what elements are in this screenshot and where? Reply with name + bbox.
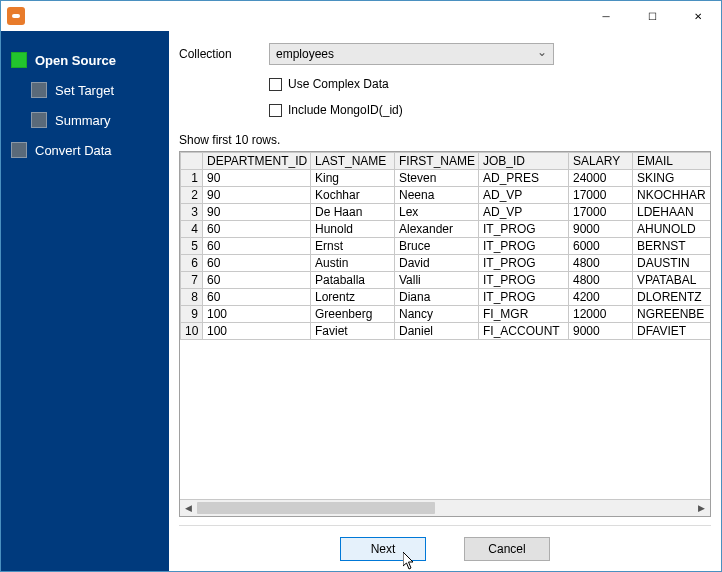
maximize-button[interactable]: ☐: [629, 1, 675, 31]
table-cell[interactable]: 100: [203, 306, 311, 323]
table-cell[interactable]: Faviet: [311, 323, 395, 340]
table-row[interactable]: 10100FavietDanielFI_ACCOUNT9000DFAVIET: [181, 323, 711, 340]
table-cell[interactable]: FI_MGR: [479, 306, 569, 323]
column-header[interactable]: SALARY: [569, 153, 633, 170]
table-cell[interactable]: 4800: [569, 255, 633, 272]
table-cell[interactable]: 9000: [569, 221, 633, 238]
table-cell[interactable]: 6000: [569, 238, 633, 255]
table-row[interactable]: 460HunoldAlexanderIT_PROG9000AHUNOLD: [181, 221, 711, 238]
table-cell[interactable]: AD_VP: [479, 204, 569, 221]
table-cell[interactable]: Bruce: [395, 238, 479, 255]
step-label: Summary: [55, 113, 111, 128]
table-cell[interactable]: 60: [203, 221, 311, 238]
wizard-step-set-target[interactable]: Set Target: [1, 75, 169, 105]
table-cell[interactable]: AD_PRES: [479, 170, 569, 187]
table-cell[interactable]: Neena: [395, 187, 479, 204]
wizard-step-summary[interactable]: Summary: [1, 105, 169, 135]
close-button[interactable]: ✕: [675, 1, 721, 31]
row-number: 10: [181, 323, 203, 340]
step-status-icon: [31, 112, 47, 128]
table-cell[interactable]: Pataballa: [311, 272, 395, 289]
table-cell[interactable]: IT_PROG: [479, 255, 569, 272]
use-complex-data-checkbox[interactable]: [269, 78, 282, 91]
horizontal-scrollbar[interactable]: ◀ ▶: [180, 499, 710, 516]
table-cell[interactable]: 17000: [569, 204, 633, 221]
table-cell[interactable]: Alexander: [395, 221, 479, 238]
table-cell[interactable]: IT_PROG: [479, 238, 569, 255]
column-header[interactable]: FIRST_NAME: [395, 153, 479, 170]
table-cell[interactable]: SKING: [633, 170, 711, 187]
table-cell[interactable]: Valli: [395, 272, 479, 289]
table-cell[interactable]: 9000: [569, 323, 633, 340]
table-cell[interactable]: 4200: [569, 289, 633, 306]
table-cell[interactable]: DFAVIET: [633, 323, 711, 340]
table-cell[interactable]: 100: [203, 323, 311, 340]
table-cell[interactable]: Daniel: [395, 323, 479, 340]
table-cell[interactable]: Kochhar: [311, 187, 395, 204]
table-cell[interactable]: FI_ACCOUNT: [479, 323, 569, 340]
table-cell[interactable]: BERNST: [633, 238, 711, 255]
table-cell[interactable]: David: [395, 255, 479, 272]
next-button[interactable]: Next: [340, 537, 426, 561]
include-mongoid-checkbox[interactable]: [269, 104, 282, 117]
table-cell[interactable]: LDEHAAN: [633, 204, 711, 221]
cancel-button[interactable]: Cancel: [464, 537, 550, 561]
table-row[interactable]: 390De HaanLexAD_VP17000LDEHAAN: [181, 204, 711, 221]
titlebar: ─ ☐ ✕: [1, 1, 721, 31]
table-cell[interactable]: IT_PROG: [479, 289, 569, 306]
table-cell[interactable]: DLORENTZ: [633, 289, 711, 306]
table-cell[interactable]: King: [311, 170, 395, 187]
table-cell[interactable]: Lex: [395, 204, 479, 221]
table-cell[interactable]: Greenberg: [311, 306, 395, 323]
table-row[interactable]: 760PataballaValliIT_PROG4800VPATABAL: [181, 272, 711, 289]
row-number: 5: [181, 238, 203, 255]
wizard-step-open-source[interactable]: Open Source: [1, 45, 169, 75]
table-cell[interactable]: 90: [203, 170, 311, 187]
row-number: 2: [181, 187, 203, 204]
collection-select[interactable]: employees: [269, 43, 554, 65]
table-cell[interactable]: 60: [203, 238, 311, 255]
table-cell[interactable]: VPATABAL: [633, 272, 711, 289]
minimize-button[interactable]: ─: [583, 1, 629, 31]
table-cell[interactable]: 24000: [569, 170, 633, 187]
scrollbar-thumb[interactable]: [197, 502, 435, 514]
table-row[interactable]: 9100GreenbergNancyFI_MGR12000NGREENBE: [181, 306, 711, 323]
wizard-step-convert-data[interactable]: Convert Data: [1, 135, 169, 165]
column-header[interactable]: DEPARTMENT_ID: [203, 153, 311, 170]
table-cell[interactable]: 17000: [569, 187, 633, 204]
table-cell[interactable]: 90: [203, 187, 311, 204]
column-header[interactable]: EMAIL: [633, 153, 711, 170]
column-header[interactable]: JOB_ID: [479, 153, 569, 170]
table-cell[interactable]: 60: [203, 272, 311, 289]
table-cell[interactable]: NKOCHHAR: [633, 187, 711, 204]
table-row[interactable]: 660AustinDavidIT_PROG4800DAUSTIN: [181, 255, 711, 272]
table-cell[interactable]: 60: [203, 255, 311, 272]
table-cell[interactable]: AHUNOLD: [633, 221, 711, 238]
column-header[interactable]: LAST_NAME: [311, 153, 395, 170]
table-cell[interactable]: De Haan: [311, 204, 395, 221]
table-cell[interactable]: Lorentz: [311, 289, 395, 306]
table-cell[interactable]: IT_PROG: [479, 272, 569, 289]
table-row[interactable]: 860LorentzDianaIT_PROG4200DLORENTZ: [181, 289, 711, 306]
table-cell[interactable]: 90: [203, 204, 311, 221]
scroll-left-icon[interactable]: ◀: [180, 500, 197, 517]
table-cell[interactable]: Austin: [311, 255, 395, 272]
table-cell[interactable]: Steven: [395, 170, 479, 187]
table-row[interactable]: 560ErnstBruceIT_PROG6000BERNST: [181, 238, 711, 255]
table-cell[interactable]: 12000: [569, 306, 633, 323]
table-row[interactable]: 190KingStevenAD_PRES24000SKING: [181, 170, 711, 187]
table-cell[interactable]: 60: [203, 289, 311, 306]
table-cell[interactable]: 4800: [569, 272, 633, 289]
table-cell[interactable]: DAUSTIN: [633, 255, 711, 272]
table-cell[interactable]: Nancy: [395, 306, 479, 323]
scroll-right-icon[interactable]: ▶: [693, 500, 710, 517]
table-row[interactable]: 290KochharNeenaAD_VP17000NKOCHHAR: [181, 187, 711, 204]
table-cell[interactable]: IT_PROG: [479, 221, 569, 238]
step-status-icon: [11, 142, 27, 158]
table-cell[interactable]: NGREENBE: [633, 306, 711, 323]
table-cell[interactable]: AD_VP: [479, 187, 569, 204]
table-cell[interactable]: Diana: [395, 289, 479, 306]
preview-label: Show first 10 rows.: [179, 133, 711, 147]
table-cell[interactable]: Hunold: [311, 221, 395, 238]
table-cell[interactable]: Ernst: [311, 238, 395, 255]
